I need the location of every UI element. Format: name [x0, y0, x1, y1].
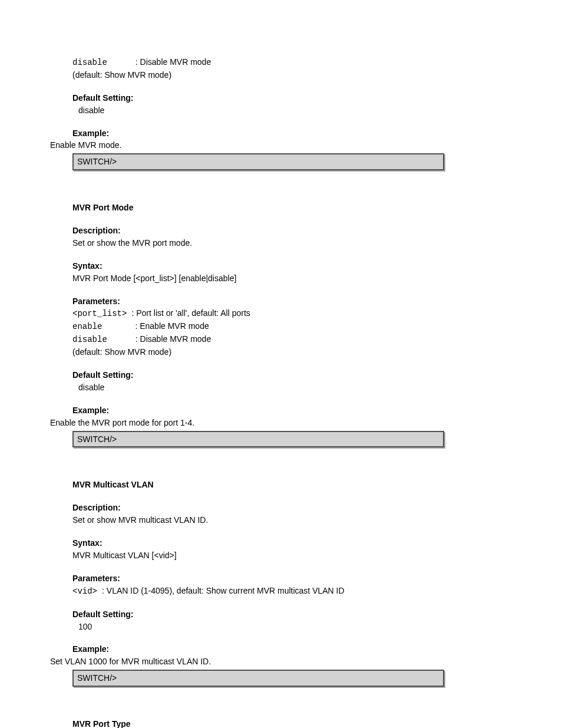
param-vid: <vid>: [72, 587, 97, 596]
example-label: Example:: [72, 406, 109, 415]
default-setting-value: disable: [78, 105, 444, 116]
param-enable-desc: : Enable MVR mode: [135, 321, 209, 331]
param-disable: disable: [72, 335, 107, 344]
param-vid-desc: : VLAN ID (1-4095), default: Show curren…: [102, 586, 345, 595]
syntax-value: MVR Multicast VLAN [<vid>]: [72, 550, 444, 561]
desc-value: Set or show MVR multicast VLAN ID.: [72, 515, 444, 526]
syntax-label: Syntax:: [72, 538, 103, 548]
params-label: Parameters:: [72, 297, 120, 306]
desc-value: Set or show the MVR port mode.: [72, 238, 444, 249]
param-disable: disable: [72, 58, 107, 67]
default-setting-label: Default Setting:: [72, 370, 133, 380]
param-disable-desc: : Disable MVR mode: [135, 334, 211, 344]
command-box: SWITCH/>mvr multicast vlan 1000: [72, 670, 444, 687]
prompt: SWITCH/>: [77, 157, 117, 166]
command: mvr multicast vlan 1000: [117, 673, 210, 683]
default-note: (default: Show MVR mode): [72, 70, 444, 81]
prompt: SWITCH/>: [77, 673, 117, 683]
default-note: (default: Show MVR mode): [72, 347, 444, 358]
param-portlist: <port_list>: [72, 309, 127, 318]
syntax-label: Syntax:: [72, 261, 103, 271]
command: mvr port mode 1-4 enable: [117, 434, 217, 444]
param-portlist-desc: : Port list or 'all', default: All ports: [131, 308, 250, 318]
param-disable-desc: : Disable MVR mode: [135, 57, 211, 67]
command-box: SWITCH/>mvr mode enable: [72, 153, 444, 170]
example-label: Example:: [72, 129, 109, 138]
command: mvr mode enable: [117, 157, 184, 166]
example-label: Example:: [72, 644, 109, 654]
section-title: MVR Port Mode: [72, 203, 133, 212]
default-setting-label: Default Setting:: [72, 93, 133, 103]
section-title: MVR Multicast VLAN: [72, 480, 154, 489]
default-setting-value: disable: [78, 382, 444, 393]
param-enable: enable: [72, 322, 102, 331]
desc-label: Description:: [72, 503, 121, 512]
default-setting-value: 100: [78, 621, 444, 633]
desc-label: Description:: [72, 226, 121, 235]
example-desc: Set VLAN 1000 for MVR multicast VLAN ID.: [50, 656, 444, 667]
default-setting-label: Default Setting:: [72, 610, 133, 619]
example-desc: Enable MVR mode.: [50, 140, 444, 151]
section-title: MVR Port Type: [72, 719, 131, 728]
syntax-value: MVR Port Mode [<port_list>] [enable|disa…: [72, 273, 444, 284]
command-box: SWITCH/>mvr port mode 1-4 enable: [72, 431, 444, 448]
prompt: SWITCH/>: [77, 434, 117, 444]
example-desc: Enable the MVR port mode for port 1-4.: [50, 417, 444, 429]
params-label: Parameters:: [72, 574, 120, 583]
